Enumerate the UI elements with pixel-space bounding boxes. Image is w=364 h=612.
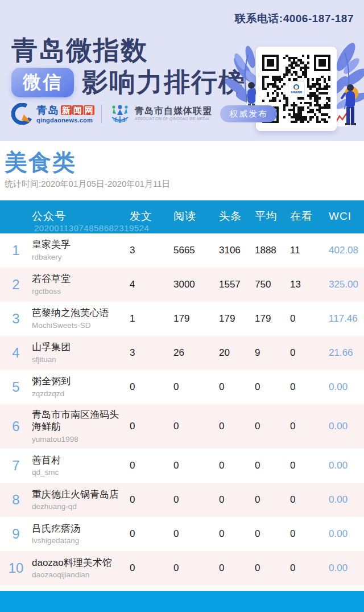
wci-value: 0.00 (329, 460, 364, 471)
qdnews-logo: 青岛 新闻网 qingdaonews.com (11, 103, 94, 125)
reads-value: 0 (173, 528, 219, 540)
rank-number: 5 (0, 379, 32, 395)
headline-value: 0 (219, 494, 255, 506)
table-row: 4 山孚集团 sfjituan 3 26 20 9 0 21.66 (0, 336, 364, 370)
wci-value: 21.66 (329, 347, 364, 359)
average-value: 9 (255, 347, 290, 359)
posts-value: 3 (130, 347, 173, 359)
table-body: 1 皇家美孚 rdbakery 3 5665 3106 1888 11 402.… (0, 233, 364, 585)
rank-number: 10 (0, 560, 32, 576)
hero-header: 联系电话:4006-187-187 青岛微指数 微信 影响力排行榜 (0, 0, 364, 141)
posts-value: 0 (130, 494, 173, 506)
rank-number: 8 (0, 492, 32, 508)
rank-number: 9 (0, 526, 32, 542)
looking-value: 0 (290, 460, 329, 471)
average-value: 750 (255, 279, 290, 290)
wci-value: 0.00 (329, 494, 364, 506)
looking-value: 0 (290, 313, 329, 325)
col-account: 公众号 (32, 209, 130, 224)
headline-value: 3106 (219, 245, 255, 256)
account-name: 青岛市市南区渔码头海鲜舫 (32, 409, 126, 433)
wci-value: 0.00 (329, 528, 364, 540)
category-section: 美食类 统计时间:2020年01月05日-2020年01月11日 (0, 141, 364, 200)
table-row: 1 皇家美孚 rdbakery 3 5665 3106 1888 11 402.… (0, 233, 364, 268)
looking-value: 0 (290, 562, 329, 574)
wci-value: 325.00 (329, 279, 364, 290)
posts-value: 0 (130, 421, 173, 432)
col-looking: 在看 (290, 209, 329, 224)
col-average: 平均 (255, 209, 290, 224)
col-posts: 发文 (130, 209, 173, 224)
rank-number: 2 (0, 277, 32, 293)
posts-value: 0 (130, 562, 173, 574)
col-reads: 阅读 (173, 209, 219, 224)
wci-value: 0.00 (329, 421, 364, 432)
table-row: 9 吕氏疙瘩汤 lvshigedatang 0 0 0 0 0 0.00 (0, 517, 364, 551)
stats-period: 统计时间:2020年01月05日-2020年01月11日 (5, 179, 171, 190)
account-id: zqzdzqzd (32, 389, 126, 399)
account-name: 吕氏疙瘩汤 (32, 523, 126, 535)
headline-value: 0 (219, 421, 255, 432)
association-name: 青岛市自媒体联盟 (135, 106, 212, 116)
rank-number: 1 (0, 243, 32, 258)
rank-number: 6 (0, 418, 32, 434)
headline-value: 179 (219, 313, 255, 325)
account-name: 芭黎纳之泡芙心语 (32, 307, 126, 319)
table-row: 5 粥全粥到 zqzdzqzd 0 0 0 0 0 0.00 (0, 370, 364, 404)
col-headline: 头条 (219, 209, 255, 224)
reads-value: 3000 (173, 279, 219, 290)
table-row: 8 重庆德庄火锅青岛店 dezhuang-qd 0 0 0 0 0 0.00 (0, 483, 364, 517)
looking-value: 13 (290, 279, 329, 290)
wci-value: 0.00 (329, 381, 364, 393)
average-value: 0 (255, 528, 290, 540)
qdnews-cn-red: 新闻网 (60, 105, 94, 115)
account-name: daozao料理美术馆 (32, 557, 126, 569)
posts-value: 0 (130, 381, 173, 393)
account-id: lvshigedatang (32, 536, 126, 546)
reads-value: 0 (173, 421, 219, 432)
logo-divider (101, 104, 102, 124)
table-header: 公众号 发文 阅读 头条 平均 在看 WCI 20200113074858682… (0, 200, 364, 233)
account-id: daozaoqijiandian (32, 570, 126, 580)
headline-value: 20 (219, 347, 255, 359)
table-row: 7 善苜村 qd_smc 0 0 0 0 0 0.00 (0, 449, 364, 483)
reads-value: 179 (173, 313, 219, 325)
category-title: 美食类 (5, 147, 76, 178)
account-id: qd_smc (32, 468, 126, 478)
table-row: 10 daozao料理美术馆 daozaoqijiandian 0 0 0 0 … (0, 551, 364, 585)
footer-bar (0, 591, 364, 612)
wci-value: 402.08 (329, 245, 364, 256)
looking-value: 0 (290, 421, 329, 432)
reads-value: 0 (173, 381, 219, 393)
association-logo: 青岛市自媒体联盟 ASSOCIATION OF QINGDAO WE MEDIA (109, 102, 212, 125)
reads-value: 0 (173, 494, 219, 506)
posts-value: 3 (130, 245, 173, 256)
posts-value: 1 (130, 313, 173, 325)
reads-value: 5665 (173, 245, 219, 256)
average-value: 0 (255, 460, 290, 471)
account-id: dezhuang-qd (32, 502, 126, 512)
looking-value: 0 (290, 494, 329, 506)
watermark-serial: 20200113074858682319524 (34, 223, 149, 233)
qr-center-logo: 青岛新闻网 (288, 81, 305, 96)
reads-value: 26 (173, 347, 219, 359)
looking-value: 0 (290, 528, 329, 540)
table-row: 6 青岛市市南区渔码头海鲜舫 yumatou1998 0 0 0 0 0 0.0… (0, 404, 364, 449)
wechat-badge: 微信 (11, 68, 74, 97)
account-name: 山孚集团 (32, 341, 126, 353)
ranking-poster: 联系电话:4006-187-187 青岛微指数 微信 影响力排行榜 (0, 0, 364, 612)
account-id: yumatou1998 (32, 435, 126, 445)
authority-badge: 权威发布 (220, 105, 277, 122)
association-icon (109, 102, 131, 125)
rank-number: 7 (0, 458, 32, 474)
account-id: sfjituan (32, 355, 126, 365)
headline-value: 1557 (219, 279, 255, 290)
rank-number: 4 (0, 345, 32, 361)
account-name: 皇家美孚 (32, 239, 126, 250)
looking-value: 0 (290, 347, 329, 359)
average-value: 0 (255, 421, 290, 432)
posts-value: 4 (130, 279, 173, 290)
posts-value: 0 (130, 528, 173, 540)
account-id: rgctboss (32, 287, 126, 297)
account-id: MochiSweets-SD (32, 321, 126, 331)
